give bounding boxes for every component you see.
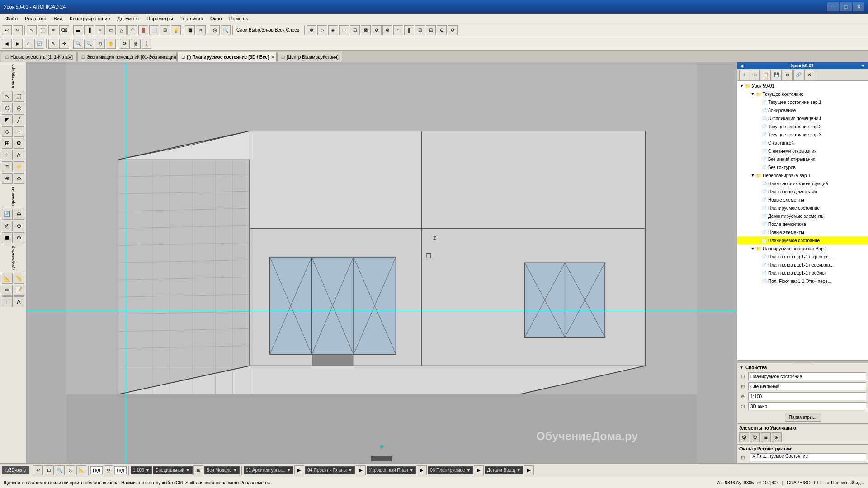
menu-item-окно[interactable]: Окно [207, 15, 226, 22]
arch-dropdown[interactable]: 01 Архитектурны... ▼ [244, 466, 293, 474]
tree-item-node2e[interactable]: 📄Демонтируемые элементы [737, 212, 868, 220]
model-dropdown[interactable]: Вся Модель ▼ [204, 466, 240, 474]
tree-item-node2h[interactable]: 📄Планируемое состояние [737, 236, 868, 244]
dia-lt[interactable]: ◇ [2, 126, 13, 137]
bt-ruler[interactable]: 📐 [76, 465, 86, 475]
view-btn8[interactable]: ⊗ [382, 25, 392, 35]
select-btn[interactable]: ↖ [48, 39, 58, 49]
tree-toggle-node1a[interactable] [755, 99, 761, 105]
sq-lt[interactable]: ◼ [2, 232, 13, 243]
tree-toggle-node2c[interactable] [755, 197, 761, 202]
tree-toggle-node2f[interactable] [755, 221, 761, 227]
rp-close-btn[interactable]: ✕ [804, 70, 814, 80]
window-tool[interactable]: ⬜ [149, 25, 159, 35]
tree-root-toggle[interactable]: ▼ [739, 83, 745, 89]
plan2-dropdown[interactable]: 06 Планируемое ▼ [428, 466, 473, 474]
3d-walk-btn[interactable]: 🚶 [142, 39, 151, 49]
object-tool[interactable]: ⊞ [160, 25, 170, 35]
tree-item-node3[interactable]: ▼📁Планируемое состояние Вар.1 [737, 244, 868, 253]
bt-layers[interactable]: ⊞ [193, 465, 203, 475]
tree-root[interactable]: ▼📁Урок 59-01 [737, 82, 868, 90]
scale-dropdown[interactable]: 1:100 ▼ [131, 466, 152, 474]
menu-item-файл[interactable]: Файл [2, 15, 21, 22]
plan-dropdown[interactable]: Упрощенный План ▼ [367, 466, 416, 474]
zoom-in-btn[interactable]: 🔍 [73, 39, 83, 49]
tree-item-node1[interactable]: ▼📁Текущее состояние [737, 90, 868, 98]
proj-dropdown[interactable]: 04 Проект - Планы ▼ [305, 466, 355, 474]
A2-lt[interactable]: A [14, 296, 24, 307]
minimize-button[interactable]: ─ [827, 2, 839, 11]
tree-toggle-node1g[interactable] [755, 148, 761, 154]
menu-item-редактор[interactable]: Редактор [21, 15, 50, 22]
detail-dropdown[interactable]: Детали Вращ ▼ [485, 466, 523, 474]
note-lt[interactable]: 📝 [14, 285, 24, 296]
tree-item-node2a[interactable]: 📄План сносимых конструкций [737, 179, 868, 188]
tree-item-node1i[interactable]: 📄Без контуров [737, 163, 868, 171]
tree-toggle-node3b[interactable] [755, 262, 761, 267]
tree-item-node3a[interactable]: 📄План полов вар1-1 штр.пере... [737, 253, 868, 261]
nav-collapse-icon[interactable]: ◀ [740, 64, 743, 68]
view-btn14[interactable]: ⊖ [448, 25, 458, 35]
menu-item-конструирование[interactable]: Конструирование [66, 15, 113, 22]
marquee-tool[interactable]: ⬚ [38, 25, 47, 35]
bt-zoom-fit[interactable]: ⊡ [44, 465, 54, 475]
tree-item-node1h[interactable]: 📄Без линий открывания [737, 155, 868, 163]
grid-lt[interactable]: ⊞ [2, 138, 13, 149]
lines-lt[interactable]: ≡ [2, 161, 13, 172]
tree-item-node1b[interactable]: 📄Зонирование [737, 106, 868, 114]
line-lt[interactable]: ╱ [14, 114, 24, 125]
maximize-button[interactable]: □ [840, 2, 852, 11]
cross-lt[interactable]: ⊗ [14, 173, 24, 184]
tree-toggle-node1e[interactable] [755, 132, 761, 137]
a-lt[interactable]: A [14, 150, 24, 160]
move-btn[interactable]: ✛ [59, 39, 69, 49]
tab-tab2[interactable]: ☐Экспликация помещений [01-Экспликация п… [77, 52, 177, 62]
mesh-tool[interactable]: ⌗ [196, 25, 206, 35]
bt-arr3[interactable]: ▶ [417, 465, 427, 475]
wall-tool[interactable]: ▬ [73, 25, 83, 35]
fill-tool[interactable]: ▩ [185, 25, 195, 35]
tree-item-node3d[interactable]: 📄Пол. Floor вар1-1 Этаж пере... [737, 277, 868, 285]
tree-item-node2d[interactable]: 📄Планируемое состояние [737, 204, 868, 212]
tree-item-node2b[interactable]: 📄План после демонтажа [737, 188, 868, 196]
nav-next[interactable]: ▶ [13, 39, 23, 49]
tree-toggle-node3d[interactable] [755, 278, 761, 284]
tab-close-tab3[interactable]: ✕ [271, 55, 274, 60]
marquee-lt[interactable]: ⬚ [14, 91, 24, 102]
3d-orbit-btn[interactable]: ◎ [131, 39, 141, 49]
rp-btn5[interactable]: ⊕ [783, 70, 793, 80]
bolt-lt[interactable]: ⚡ [14, 161, 24, 172]
eraser-tool[interactable]: ⌫ [59, 25, 69, 35]
bt-orbit[interactable]: ◎ [66, 465, 75, 475]
gear-lt[interactable]: ⚙ [14, 138, 24, 149]
bt-undo[interactable]: ↩ [33, 465, 43, 475]
tree-toggle-node1d[interactable] [755, 124, 761, 129]
tree-toggle-node2b[interactable] [755, 189, 761, 194]
close-button[interactable]: ✕ [853, 2, 864, 11]
menu-item-вид[interactable]: Вид [50, 15, 66, 22]
door-tool[interactable]: 🚪 [138, 25, 148, 35]
view-btn3[interactable]: ◈ [328, 25, 338, 35]
tree-toggle-node2a[interactable] [755, 181, 761, 186]
orbit-btn[interactable]: 🔄 [34, 39, 44, 49]
menu-item-параметры[interactable]: Параметры [143, 15, 177, 22]
tree-item-node2g[interactable]: 📄Новые элементы [737, 228, 868, 236]
menu-item-документ[interactable]: Документ [114, 15, 143, 22]
tree-item-node1e[interactable]: 📄Текущее состояние вар.3 [737, 131, 868, 139]
slab-tool[interactable]: ▭ [106, 25, 116, 35]
view-btn11[interactable]: ⊞ [415, 25, 425, 35]
tree-toggle-node1f[interactable] [755, 140, 761, 145]
tab-tab3[interactable]: ☐(i) Планируемое состояние [3D / Все]✕ [177, 52, 277, 62]
nav-home[interactable]: ⌂ [24, 39, 33, 49]
find-button[interactable]: 🔍 [221, 25, 231, 35]
special-dropdown[interactable]: Специальный ▼ [153, 466, 192, 474]
view-btn9[interactable]: ≡ [393, 25, 403, 35]
tree-toggle-node2g[interactable] [755, 230, 761, 235]
plus3-lt[interactable]: ⊕ [14, 221, 24, 231]
tree-toggle-node3a[interactable] [755, 254, 761, 259]
ruler-lt[interactable]: 📐 [2, 273, 13, 284]
bt-arrow1[interactable]: ↺ [104, 465, 113, 475]
plus-lt[interactable]: ⊕ [2, 173, 13, 184]
measure-lt[interactable]: 📏 [14, 273, 24, 284]
zoom-out-btn[interactable]: 🔍 [84, 39, 94, 49]
